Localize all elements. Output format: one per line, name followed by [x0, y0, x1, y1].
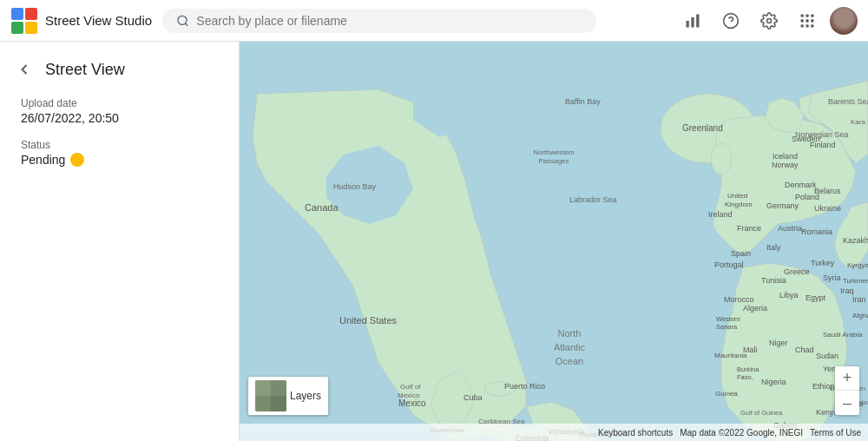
- search-icon: [176, 14, 189, 28]
- svg-text:Finland: Finland: [810, 141, 836, 149]
- svg-rect-4: [25, 22, 37, 34]
- status-value: Pending: [21, 153, 218, 167]
- sidebar-title: Street View: [45, 61, 125, 79]
- svg-text:Algeria: Algeria: [743, 304, 767, 313]
- svg-text:Faso,: Faso,: [737, 373, 753, 381]
- terms-of-use[interactable]: Terms of Use: [810, 428, 861, 438]
- svg-rect-1: [11, 8, 23, 20]
- map-footer: Keyboard shortcuts Map data ©2022 Google…: [240, 424, 868, 441]
- settings-button[interactable]: [753, 5, 785, 36]
- svg-text:Greece: Greece: [784, 267, 810, 276]
- svg-rect-15: [811, 14, 813, 16]
- svg-text:Germany: Germany: [766, 201, 799, 210]
- svg-text:United: United: [727, 192, 747, 200]
- user-avatar[interactable]: [830, 7, 858, 35]
- svg-text:Turkey: Turkey: [811, 259, 835, 267]
- svg-text:Gulf of Guinea: Gulf of Guinea: [740, 409, 783, 417]
- svg-text:Mali: Mali: [743, 346, 758, 354]
- svg-rect-3: [11, 22, 23, 34]
- upload-date-label: Upload date: [21, 97, 218, 109]
- svg-text:Burkina: Burkina: [737, 365, 760, 373]
- svg-point-5: [178, 16, 187, 24]
- svg-text:Morocco: Morocco: [724, 295, 754, 304]
- svg-rect-107: [255, 380, 271, 396]
- back-button[interactable]: [10, 56, 38, 83]
- svg-rect-18: [811, 19, 813, 22]
- svg-text:Tunisia: Tunisia: [761, 276, 786, 285]
- zoom-out-button[interactable]: –: [835, 391, 859, 415]
- svg-text:Portugal: Portugal: [714, 260, 744, 269]
- layers-label: Layers: [290, 390, 321, 402]
- svg-text:Kazakhstan: Kazakhstan: [843, 236, 868, 245]
- svg-text:Norway: Norway: [772, 161, 799, 169]
- sidebar-details: Upload date 26/07/2022, 20:50 Status Pen…: [0, 90, 239, 188]
- svg-text:Chad: Chad: [795, 346, 814, 354]
- svg-text:Niger: Niger: [769, 339, 788, 347]
- svg-rect-16: [801, 19, 804, 22]
- svg-text:Guinea: Guinea: [715, 390, 738, 398]
- sidebar: Street View Upload date 26/07/2022, 20:5…: [0, 42, 240, 441]
- svg-text:Cuba: Cuba: [464, 393, 483, 402]
- layers-button[interactable]: Layers: [248, 377, 328, 415]
- upload-date-value: 26/07/2022, 20:50: [21, 111, 218, 125]
- svg-text:Mexico: Mexico: [398, 392, 420, 399]
- map-container[interactable]: Norwegian Sea Barents Sea Kara Sea Baffi…: [240, 42, 868, 441]
- help-icon: [722, 12, 740, 30]
- svg-rect-14: [806, 14, 808, 16]
- search-input[interactable]: [196, 14, 582, 28]
- svg-rect-17: [806, 19, 808, 22]
- svg-text:Nigeria: Nigeria: [761, 378, 786, 386]
- map-svg: Norwegian Sea Barents Sea Kara Sea Baffi…: [240, 42, 868, 441]
- svg-rect-2: [25, 8, 37, 20]
- svg-rect-19: [801, 24, 804, 27]
- svg-text:Iceland: Iceland: [773, 152, 798, 161]
- svg-text:Belarus: Belarus: [814, 187, 841, 195]
- svg-text:Passages: Passages: [538, 157, 569, 165]
- svg-text:United States: United States: [339, 315, 398, 326]
- app-logo-icon: [10, 7, 38, 35]
- apps-button[interactable]: [792, 5, 823, 36]
- keyboard-shortcuts[interactable]: Keyboard shortcuts: [598, 428, 673, 438]
- svg-text:Kingdom: Kingdom: [725, 201, 753, 208]
- zoom-in-button[interactable]: +: [835, 366, 859, 391]
- svg-text:Baffin Bay: Baffin Bay: [565, 97, 601, 106]
- svg-text:Saudi Arabia: Saudi Arabia: [823, 331, 863, 339]
- svg-text:Ireland: Ireland: [708, 210, 733, 219]
- logo-area: Street View Studio: [10, 7, 152, 35]
- help-button[interactable]: [715, 5, 746, 36]
- svg-rect-13: [801, 14, 804, 16]
- svg-text:Puerto Rico: Puerto Rico: [504, 382, 545, 391]
- svg-rect-21: [811, 24, 813, 27]
- svg-text:Sahara: Sahara: [716, 323, 738, 331]
- svg-rect-108: [271, 396, 286, 411]
- back-arrow-icon: [16, 61, 33, 78]
- svg-text:Spain: Spain: [731, 249, 751, 258]
- apps-icon: [799, 12, 816, 30]
- search-bar[interactable]: [162, 9, 596, 33]
- upload-date-row: Upload date 26/07/2022, 20:50: [21, 97, 218, 125]
- svg-rect-9: [696, 14, 699, 27]
- svg-text:Iran: Iran: [852, 295, 866, 304]
- svg-text:Sudan: Sudan: [816, 352, 838, 360]
- svg-rect-8: [691, 16, 694, 27]
- svg-text:Romania: Romania: [801, 227, 832, 236]
- svg-text:Kara Sea: Kara Sea: [851, 118, 868, 126]
- svg-text:Gulf of: Gulf of: [400, 383, 421, 391]
- sidebar-header: Street View: [0, 42, 239, 90]
- svg-text:Mexico: Mexico: [398, 398, 426, 408]
- svg-text:Barents Sea: Barents Sea: [828, 97, 868, 106]
- status-pending-icon: [70, 153, 84, 167]
- svg-text:Italy: Italy: [766, 243, 781, 252]
- svg-text:Hudson Bay: Hudson Bay: [333, 182, 377, 191]
- svg-text:North: North: [558, 328, 582, 339]
- status-text: Pending: [21, 153, 65, 167]
- layers-thumbnail: [255, 380, 286, 411]
- status-label: Status: [21, 139, 218, 151]
- svg-text:Ocean: Ocean: [556, 356, 583, 366]
- svg-rect-7: [687, 21, 689, 28]
- svg-text:Turkmenistan: Turkmenistan: [843, 277, 868, 285]
- app-title: Street View Studio: [45, 13, 152, 28]
- map-data-attribution: Map data ©2022 Google, INEGI: [680, 428, 803, 438]
- chart-button[interactable]: [677, 5, 708, 36]
- svg-text:Atlantic: Atlantic: [554, 342, 586, 352]
